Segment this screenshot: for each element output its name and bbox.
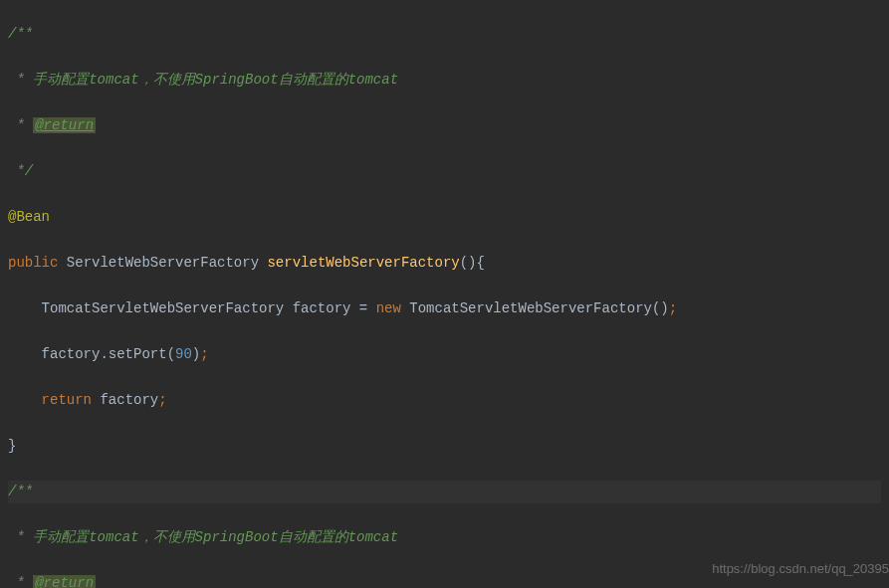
code-text: TomcatServletWebServerFactory() [401, 300, 669, 316]
code-text: factory.setPort( [42, 346, 175, 362]
return-type: ServletWebServerFactory [58, 255, 267, 271]
return-tag: @return [33, 117, 96, 133]
javadoc-prefix: * [8, 117, 33, 133]
number-literal: 90 [175, 346, 192, 362]
indent [8, 392, 42, 408]
indent [8, 300, 42, 316]
bean-annotation: @Bean [8, 209, 50, 225]
javadoc-open: /** [8, 484, 33, 499]
code-text: TomcatServletWebServerFactory factory = [42, 300, 376, 316]
code-editor[interactable]: /** * 手动配置tomcat，不使用SpringBoot自动配置的tomca… [0, 0, 889, 588]
public-keyword: public [8, 255, 58, 271]
javadoc-open: /** [8, 26, 33, 42]
code-text: factory [92, 392, 158, 408]
watermark-text: https://blog.csdn.net/qq_20395 [712, 557, 889, 580]
javadoc-desc: * 手动配置tomcat，不使用SpringBoot自动配置的tomcat [8, 72, 398, 88]
javadoc-close: */ [8, 163, 33, 179]
return-tag: @return [33, 575, 96, 588]
semicolon: ; [669, 300, 677, 316]
brace-close: } [8, 438, 16, 454]
method-params: (){ [460, 255, 485, 271]
code-text: ) [192, 346, 200, 362]
semicolon: ; [200, 346, 208, 362]
javadoc-prefix: * [8, 575, 33, 588]
return-keyword: return [42, 392, 92, 408]
indent [8, 346, 42, 362]
javadoc-desc: * 手动配置tomcat，不使用SpringBoot自动配置的tomcat [8, 529, 398, 545]
new-keyword: new [376, 300, 401, 316]
method-name: servletWebServerFactory [267, 255, 459, 271]
semicolon: ; [158, 392, 166, 408]
